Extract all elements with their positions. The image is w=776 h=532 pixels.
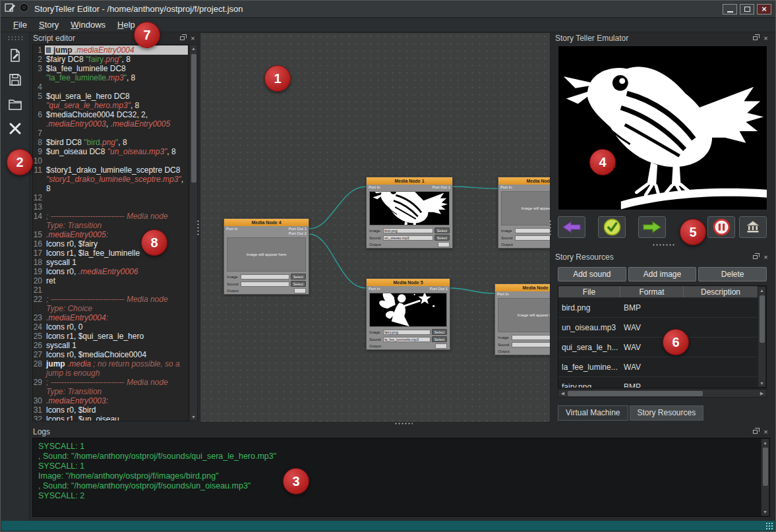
table-row[interactable]: qui_sera_le_h...WAV [558, 338, 758, 357]
table-row[interactable]: bird.pngBMP [558, 298, 758, 318]
select-button[interactable]: Select [434, 235, 450, 241]
media-node[interactable]: Media Node 1Port InPort Out 1Imagebird.p… [366, 177, 453, 249]
field-value[interactable] [241, 274, 289, 280]
toolbar-grip-handle[interactable] [7, 36, 23, 41]
output-spinner[interactable] [438, 242, 450, 247]
back-button[interactable] [558, 216, 585, 238]
close-button[interactable]: × [757, 4, 771, 15]
column-header-description[interactable]: Description [684, 286, 758, 297]
menu-help[interactable]: Help [111, 18, 141, 32]
output-spinner[interactable] [294, 288, 306, 293]
validate-button[interactable] [598, 216, 626, 238]
column-header-file[interactable]: File [558, 286, 620, 297]
close-dock-button[interactable]: × [762, 429, 769, 435]
port-in[interactable]: Port In [369, 287, 380, 291]
minimize-button[interactable] [723, 4, 737, 15]
node-canvas[interactable]: Media Node 4Port InPort Out 1Port Out 2I… [200, 32, 551, 423]
app-icon[interactable] [5, 3, 16, 15]
select-button[interactable]: Select [432, 336, 447, 342]
pause-button[interactable] [707, 216, 735, 238]
scrollbar-thumb[interactable] [760, 295, 765, 343]
column-header-format[interactable]: Format [620, 286, 684, 297]
open-project-button[interactable] [5, 94, 25, 114]
scrollbar-thumb[interactable] [191, 54, 196, 183]
table-row[interactable]: fairy.pngBMP [558, 377, 758, 388]
float-dock-button[interactable] [179, 35, 186, 42]
table-row[interactable]: la_fee_lumine...WAV [558, 357, 758, 377]
select-button[interactable]: Select [291, 274, 306, 280]
field-value[interactable]: un_oiseau.mp3 [383, 235, 433, 241]
port-in[interactable]: Port In [497, 292, 509, 297]
maximize-button[interactable] [740, 4, 754, 15]
home-button[interactable] [739, 216, 767, 238]
close-project-button[interactable] [5, 119, 25, 138]
scroll-down-arrow-icon[interactable]: ▼ [190, 413, 197, 421]
code-line: 3$la_fee_luminelle DC8 "la_fee_luminelle… [33, 64, 188, 82]
close-dock-button[interactable]: × [189, 35, 196, 42]
menu-story[interactable]: Story [33, 18, 65, 32]
output-spinner[interactable] [435, 343, 447, 349]
line-number: 22 [33, 295, 45, 313]
field-value[interactable] [512, 342, 551, 347]
scrollbar-thumb[interactable] [763, 448, 768, 486]
project-icon[interactable] [19, 3, 29, 15]
scroll-up-arrow-icon[interactable]: ▲ [190, 45, 197, 52]
table-horizontal-scrollbar[interactable]: ◀ ▶ [558, 389, 767, 398]
menu-file[interactable]: File [7, 18, 33, 32]
port-in[interactable]: Port In [226, 227, 238, 236]
resources-table[interactable]: File Format Description bird.pngBMPun_oi… [558, 285, 767, 388]
media-node[interactable]: Media Node 5Port InPort Out 1Imagefairy.… [366, 278, 450, 350]
float-dock-button[interactable] [752, 35, 759, 42]
field-value[interactable]: fairy.png [383, 330, 431, 335]
script-editor-content[interactable]: 1jump .mediaEntry00042$fairy DC8 "fairy.… [32, 44, 189, 421]
tab-virtual-machine[interactable]: Virtual Machine [558, 405, 628, 421]
media-node[interactable]: Media Node 2Port InImage will appear her… [498, 177, 551, 249]
tab-story-resources[interactable]: Story Resources [630, 405, 704, 421]
run-button[interactable] [5, 148, 25, 167]
scroll-down-arrow-icon[interactable]: ▼ [761, 508, 769, 516]
select-button[interactable]: Select [291, 281, 306, 287]
field-value[interactable]: bird.png [383, 228, 433, 233]
delete-button[interactable]: Delete [698, 267, 767, 281]
scroll-down-arrow-icon[interactable]: ▼ [758, 380, 765, 387]
field-value[interactable] [515, 228, 551, 233]
media-node[interactable]: Media Node 3Port InImage will appear her… [494, 283, 551, 355]
code-line: 6$mediaChoice0004 DC32, 2, .mediaEntry00… [33, 110, 188, 129]
field-value[interactable]: la_fee_luminelle.mp3 [383, 337, 431, 342]
splitter-handle[interactable] [196, 220, 200, 237]
ports-out[interactable]: Port Out 1 [433, 185, 450, 190]
table-vertical-scrollbar[interactable]: ▲ ▼ [758, 286, 766, 388]
scroll-left-arrow-icon[interactable]: ◀ [558, 390, 567, 397]
scrollbar-thumb[interactable] [568, 391, 703, 396]
forward-button[interactable] [638, 216, 666, 238]
save-button[interactable] [5, 70, 25, 90]
splitter-handle[interactable] [652, 243, 674, 247]
scroll-up-arrow-icon[interactable]: ▲ [761, 439, 769, 446]
resize-grip[interactable] [765, 522, 773, 529]
menu-windows[interactable]: Windows [65, 18, 111, 32]
float-dock-button[interactable] [752, 254, 759, 260]
new-script-button[interactable] [5, 45, 25, 65]
table-row[interactable]: un_oiseau.mp3WAV [558, 318, 758, 338]
close-dock-button[interactable]: × [762, 254, 769, 260]
float-dock-button[interactable] [752, 429, 759, 435]
ports-out[interactable]: Port Out 1 [430, 287, 448, 291]
field-value[interactable] [241, 281, 289, 287]
select-button[interactable]: Select [432, 329, 447, 335]
add-sound-button[interactable]: Add sound [558, 267, 626, 281]
logs-output[interactable]: SYSCALL: 1, Sound: "/home/anthony/ostpro… [32, 438, 770, 517]
field-value[interactable] [512, 335, 551, 340]
field-value[interactable] [515, 235, 551, 241]
logs-vertical-scrollbar[interactable]: ▲ ▼ [761, 438, 769, 516]
select-button[interactable]: Select [434, 227, 450, 233]
scroll-up-arrow-icon[interactable]: ▲ [758, 287, 765, 294]
port-in[interactable]: Port In [500, 185, 512, 190]
float-icon [753, 255, 758, 259]
add-image-button[interactable]: Add image [628, 267, 697, 281]
port-in[interactable]: Port In [369, 185, 380, 190]
media-node[interactable]: Media Node 4Port InPort Out 1Port Out 2I… [224, 218, 309, 295]
scroll-right-arrow-icon[interactable]: ▶ [758, 390, 766, 397]
ports-out[interactable]: Port Out 1Port Out 2 [289, 227, 307, 236]
splitter-handle[interactable] [394, 422, 413, 425]
close-dock-button[interactable]: × [762, 35, 769, 42]
